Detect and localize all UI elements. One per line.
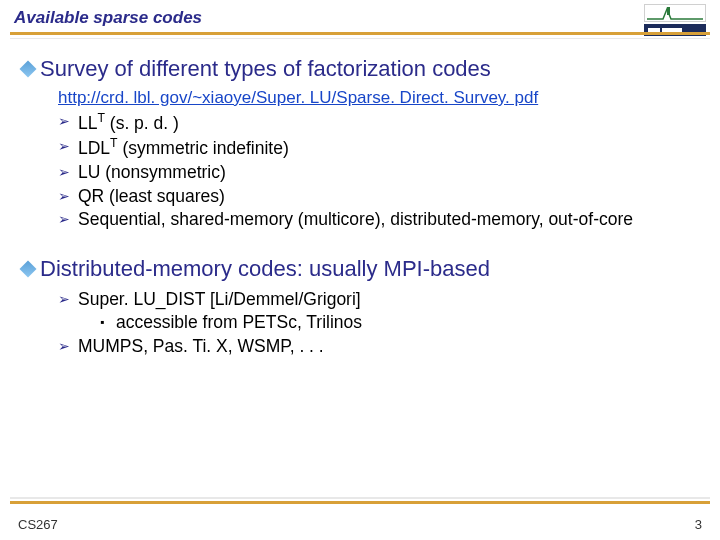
diamond-bullet-icon — [20, 260, 37, 277]
section1-list: LLT (s. p. d. ) LDLT (symmetric indefini… — [58, 110, 696, 232]
footer-divider — [10, 497, 710, 504]
list-item: LU (nonsymmetric) — [58, 161, 696, 185]
diamond-bullet-icon — [20, 61, 37, 78]
slide-title: Available sparse codes — [14, 8, 706, 28]
section2-list: Super. LU_DIST [Li/Demmel/Grigori] acces… — [58, 288, 696, 359]
list-item: LLT (s. p. d. ) — [58, 110, 696, 135]
section-heading-2: Distributed-memory codes: usually MPI-ba… — [22, 256, 696, 282]
survey-link[interactable]: http://crd. lbl. gov/~xiaoye/Super. LU/S… — [58, 88, 696, 108]
section-heading-1-text: Survey of different types of factorizati… — [40, 56, 491, 82]
section-heading-1: Survey of different types of factorizati… — [22, 56, 696, 82]
section-heading-2-text: Distributed-memory codes: usually MPI-ba… — [40, 256, 490, 282]
svg-rect-0 — [667, 7, 670, 15]
slide-footer: CS267 3 — [18, 517, 702, 532]
header-divider — [10, 32, 710, 42]
superscript-T: T — [110, 136, 117, 150]
slide-content: Survey of different types of factorizati… — [0, 42, 720, 359]
list-item: accessible from PETSc, Trilinos — [100, 311, 696, 335]
list-item: LDLT (symmetric indefinite) — [58, 135, 696, 160]
slide-header: Available sparse codes — [0, 0, 720, 28]
list-item-text: (s. p. d. ) — [105, 113, 179, 133]
list-item: MUMPS, Pas. Ti. X, WSMP, . . . — [58, 335, 696, 359]
list-item: Super. LU_DIST [Li/Demmel/Grigori] acces… — [58, 288, 696, 335]
section2-sublist: accessible from PETSc, Trilinos — [100, 311, 696, 335]
page-number: 3 — [695, 517, 702, 532]
list-item: Sequential, shared-memory (multicore), d… — [58, 208, 696, 232]
course-code: CS267 — [18, 517, 58, 532]
list-item: QR (least squares) — [58, 185, 696, 209]
list-item-text: (symmetric indefinite) — [118, 138, 289, 158]
list-item-text: LDL — [78, 138, 110, 158]
list-item-text: LL — [78, 113, 97, 133]
superscript-T: T — [97, 111, 104, 125]
list-item-text: Super. LU_DIST [Li/Demmel/Grigori] — [78, 289, 361, 309]
